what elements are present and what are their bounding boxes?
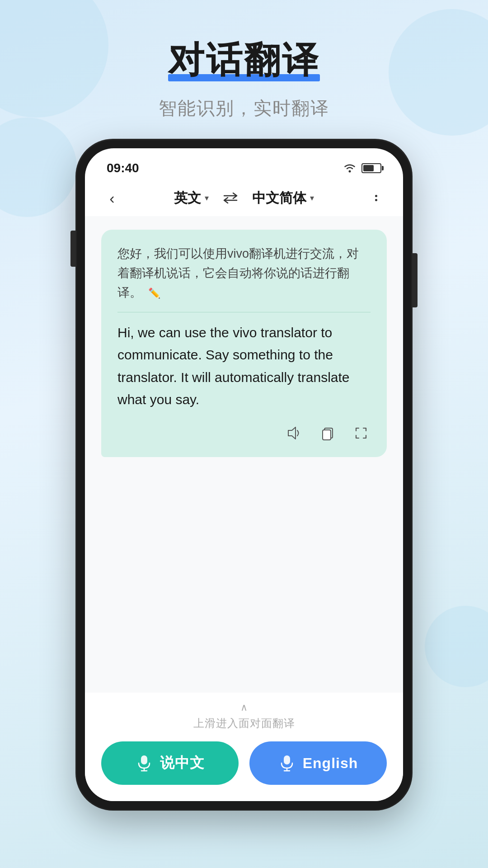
translated-text: Hi, we can use the vivo translator to co… [117, 321, 371, 411]
swap-icon [221, 191, 239, 205]
speak-chinese-button[interactable]: 说中文 [101, 741, 239, 785]
more-options-button[interactable] [365, 187, 387, 209]
btn-chinese-label: 说中文 [160, 753, 205, 773]
target-lang-selector[interactable]: 中文简体 ▾ [252, 189, 314, 208]
speak-button[interactable] [285, 424, 304, 443]
bubble-actions [117, 424, 371, 443]
battery-icon [361, 163, 381, 173]
copy-icon [319, 425, 336, 442]
svg-rect-7 [284, 755, 290, 764]
phone-frame: 09:40 ‹ [77, 140, 411, 809]
slide-hint: ∧ 上滑进入面对面翻译 [101, 702, 387, 731]
original-text: 您好，我们可以使用vivo翻译机进行交流，对着翻译机说话，它会自动将你说的话进行… [117, 244, 371, 312]
language-selector: 英文 ▾ 中文简体 ▾ [123, 189, 365, 208]
top-section: 对话翻译 智能识别，实时翻译 [0, 36, 488, 121]
bottom-buttons: 说中文 English [101, 741, 387, 785]
deco-circle-mid-left [0, 118, 77, 217]
source-lang-chevron: ▾ [205, 193, 209, 203]
hint-text: 上滑进入面对面翻译 [193, 716, 295, 731]
wifi-icon [343, 163, 357, 174]
status-icons [343, 163, 381, 174]
microphone-icon-en [280, 755, 294, 772]
expand-icon [352, 425, 370, 442]
svg-point-0 [349, 170, 351, 173]
svg-rect-4 [141, 755, 147, 764]
back-arrow-icon: ‹ [109, 189, 114, 207]
target-lang-text: 中文简体 [252, 189, 306, 208]
copy-button[interactable] [318, 424, 337, 443]
bottom-area: ∧ 上滑进入面对面翻译 说中文 [85, 693, 403, 801]
deco-circle-bot-right [425, 606, 488, 687]
microphone-icon [137, 755, 151, 772]
source-lang-text: 英文 [174, 189, 201, 208]
more-dot-1 [375, 195, 377, 197]
back-button[interactable]: ‹ [101, 187, 123, 209]
top-nav: ‹ 英文 ▾ 中文简体 ▾ [85, 180, 403, 216]
source-lang-selector[interactable]: 英文 ▾ [174, 189, 209, 208]
main-title: 对话翻译 [168, 36, 320, 85]
battery-fill [363, 165, 374, 171]
sub-title: 智能识别，实时翻译 [0, 96, 488, 121]
swap-languages-button[interactable] [220, 190, 241, 206]
mic-english-icon [278, 755, 296, 772]
edit-icon[interactable]: ✏️ [148, 288, 160, 299]
speaker-icon [286, 425, 303, 442]
phone-mockup: 09:40 ‹ [77, 140, 411, 809]
chevron-up-icon: ∧ [240, 702, 248, 713]
svg-rect-3 [323, 430, 331, 440]
svg-marker-1 [288, 427, 296, 439]
message-bubble: 您好，我们可以使用vivo翻译机进行交流，对着翻译机说话，它会自动将你说的话进行… [101, 230, 387, 457]
more-dot-2 [375, 199, 377, 201]
status-time: 09:40 [107, 161, 139, 175]
chat-area: 您好，我们可以使用vivo翻译机进行交流，对着翻译机说话，它会自动将你说的话进行… [85, 216, 403, 693]
speak-english-button[interactable]: English [249, 741, 387, 785]
mic-chinese-icon [136, 755, 153, 772]
phone-screen: 09:40 ‹ [85, 148, 403, 801]
expand-button[interactable] [352, 424, 371, 443]
btn-english-label: English [303, 755, 358, 772]
target-lang-chevron: ▾ [310, 193, 314, 203]
status-bar: 09:40 [85, 148, 403, 180]
